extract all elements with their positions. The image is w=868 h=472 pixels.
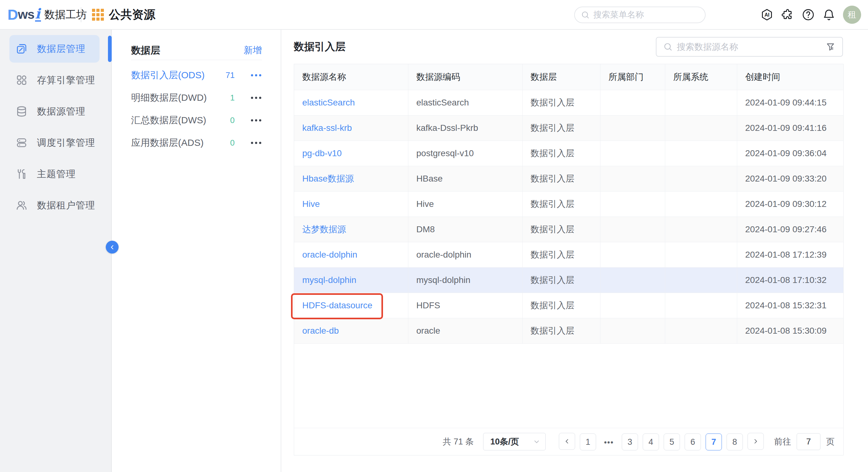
pagination-prev-button[interactable] xyxy=(559,433,575,450)
pagination-page-4[interactable]: 4 xyxy=(643,434,659,450)
datasource-link[interactable]: pg-db-v10 xyxy=(302,148,342,158)
table-cell: 数据引入层 xyxy=(522,90,600,115)
table-cell xyxy=(600,191,665,216)
active-item-indicator xyxy=(108,36,112,62)
table-cell xyxy=(665,191,737,216)
sidebar-collapse-button[interactable] xyxy=(106,241,119,254)
layer-item-label: 应用数据层(ADS) xyxy=(131,137,204,149)
layer-item-dwd[interactable]: 明细数据层(DWD)1 xyxy=(131,86,262,109)
notification-icon[interactable] xyxy=(822,7,836,22)
pagination-next-button[interactable] xyxy=(747,433,764,450)
table-cell: 2024-01-09 09:41:16 xyxy=(737,115,843,141)
table-cell xyxy=(600,216,665,242)
datasource-name-cell: pg-db-v10 xyxy=(294,141,408,166)
content: 数据层管理存算引擎管理数据源管理调度引擎管理主题管理数据租户管理 数据层 新增 … xyxy=(0,30,868,472)
sidebar-item-tenant-mgmt[interactable]: 数据租户管理 xyxy=(0,190,111,221)
sidebar-item-data-layer-mgmt[interactable]: 数据层管理 xyxy=(0,33,111,64)
table-row[interactable]: oracle-dolphinoracle-dolphin数据引入层2024-01… xyxy=(294,242,843,267)
table-cell xyxy=(600,267,665,293)
table-cell xyxy=(600,242,665,267)
table-cell: 2024-01-08 17:12:39 xyxy=(737,242,843,267)
chevron-down-icon xyxy=(533,438,540,445)
pagination-page-5[interactable]: 5 xyxy=(664,434,680,450)
table-row[interactable]: kafka-ssl-krbkafka-Dssl-Pkrb数据引入层2024-01… xyxy=(294,115,843,141)
pagination-ellipsis[interactable]: ••• xyxy=(601,434,617,451)
table-row[interactable]: 达梦数据源DM8数据引入层2024-01-09 09:27:46 xyxy=(294,216,843,242)
help-icon[interactable] xyxy=(801,7,815,22)
add-layer-button[interactable]: 新增 xyxy=(244,44,262,57)
logo-letters-ws: ws xyxy=(18,7,34,22)
pagination-page-1[interactable]: 1 xyxy=(580,434,596,450)
table-row[interactable]: mysql-dolphinmysql-dolphin数据引入层2024-01-0… xyxy=(294,267,843,293)
datasource-link[interactable]: Hive xyxy=(302,199,320,209)
menu-search-input[interactable] xyxy=(593,10,699,20)
pagination-page-3[interactable]: 3 xyxy=(622,434,638,450)
datasource-link[interactable]: oracle-dolphin xyxy=(302,250,357,260)
datasource-link[interactable]: Hbase数据源 xyxy=(302,174,354,183)
pagination-page-6[interactable]: 6 xyxy=(685,434,701,450)
datasource-link[interactable]: elasticSearch xyxy=(302,98,355,107)
plugin-icon[interactable] xyxy=(780,7,795,22)
more-actions-icon[interactable] xyxy=(250,140,262,146)
datasource-link[interactable]: HDFS-datasource xyxy=(302,300,372,310)
sidebar-item-scheduler-mgmt[interactable]: 调度引擎管理 xyxy=(0,127,111,158)
user-avatar[interactable]: 租 xyxy=(843,6,861,24)
table-header: 数据源名称数据源编码数据层所属部门所属系统创建时间 xyxy=(294,64,843,90)
table-row[interactable]: Hbase数据源HBase数据引入层2024-01-09 09:33:20 xyxy=(294,166,843,191)
app-grid-icon xyxy=(92,9,104,21)
menu-search-box[interactable] xyxy=(574,6,706,23)
pagination-goto-input[interactable] xyxy=(797,433,820,450)
table-cell: 2024-01-08 17:10:32 xyxy=(737,267,843,293)
datasource-link[interactable]: kafka-ssl-krb xyxy=(302,123,352,133)
ai-assistant-icon[interactable]: AI xyxy=(760,7,774,22)
datasource-search-input[interactable] xyxy=(677,42,821,52)
page-size-select[interactable]: 10条/页 xyxy=(483,433,546,450)
main-header: 数据引入层 xyxy=(282,30,868,64)
table-row[interactable]: pg-db-v10postgresql-v10数据引入层2024-01-09 0… xyxy=(294,141,843,166)
datasource-link[interactable]: oracle-db xyxy=(302,326,339,335)
table-cell: 数据引入层 xyxy=(522,242,600,267)
table-cell xyxy=(665,318,737,343)
more-actions-icon[interactable] xyxy=(250,72,262,78)
table-cell: 数据引入层 xyxy=(522,293,600,318)
layer-item-dws[interactable]: 汇总数据层(DWS)0 xyxy=(131,109,262,131)
datasource-name-cell: elasticSearch xyxy=(294,90,408,115)
sidebar-item-storage-engine-mgmt[interactable]: 存算引擎管理 xyxy=(0,64,111,96)
table-cell xyxy=(665,216,737,242)
pagination-page-7[interactable]: 7 xyxy=(706,434,722,450)
more-actions-icon[interactable] xyxy=(250,95,262,101)
layer-list: 数据引入层(ODS)71明细数据层(DWD)1汇总数据层(DWS)0应用数据层(… xyxy=(131,60,262,154)
datasource-link[interactable]: mysql-dolphin xyxy=(302,275,356,285)
layer-panel-header: 数据层 新增 xyxy=(131,30,262,60)
pagination-bar: 共 71 条 10条/页 1•••345678 前往 页 xyxy=(294,428,843,455)
table-row[interactable]: elasticSearchelasticSearch数据引入层2024-01-0… xyxy=(294,90,843,115)
chevron-left-icon xyxy=(109,244,116,250)
logo-letter-d: D xyxy=(7,6,18,23)
table-cell: oracle xyxy=(408,318,522,343)
sidebar-item-theme-mgmt[interactable]: 主题管理 xyxy=(0,158,111,190)
pagination-page-8[interactable]: 8 xyxy=(726,434,743,450)
table-empty-space xyxy=(294,344,843,428)
table-header-cell: 所属系统 xyxy=(665,64,737,90)
datasource-name-cell: 达梦数据源 xyxy=(294,216,408,242)
table-row[interactable]: HiveHive数据引入层2024-01-09 09:30:12 xyxy=(294,191,843,216)
table-cell: 2024-01-08 15:30:09 xyxy=(737,318,843,343)
more-actions-icon[interactable] xyxy=(250,117,262,123)
sidebar-item-datasource-mgmt[interactable]: 数据源管理 xyxy=(0,96,111,127)
filter-funnel-icon[interactable] xyxy=(826,42,835,52)
table-row[interactable]: oracle-dboracle数据引入层2024-01-08 15:30:09 xyxy=(294,318,843,343)
datasource-link[interactable]: 达梦数据源 xyxy=(302,225,346,234)
layer-item-label: 汇总数据层(DWS) xyxy=(131,114,206,127)
datasource-search-box[interactable] xyxy=(656,37,843,57)
table-cell xyxy=(600,166,665,191)
current-app-title: 公共资源 xyxy=(109,0,155,29)
app-logo: Dwsi 数据工坊 xyxy=(7,0,87,29)
table-cell: 数据引入层 xyxy=(522,141,600,166)
layer-item-ods[interactable]: 数据引入层(ODS)71 xyxy=(131,64,262,86)
table-cell: 数据引入层 xyxy=(522,216,600,242)
table-row[interactable]: HDFS-datasourceHDFS数据引入层2024-01-08 15:32… xyxy=(294,293,843,318)
pagination-goto-label: 前往 xyxy=(774,436,791,447)
layer-item-ads[interactable]: 应用数据层(ADS)0 xyxy=(131,131,262,154)
sidebar-item-label: 主题管理 xyxy=(37,168,76,181)
logo-letter-i: i xyxy=(35,7,41,22)
